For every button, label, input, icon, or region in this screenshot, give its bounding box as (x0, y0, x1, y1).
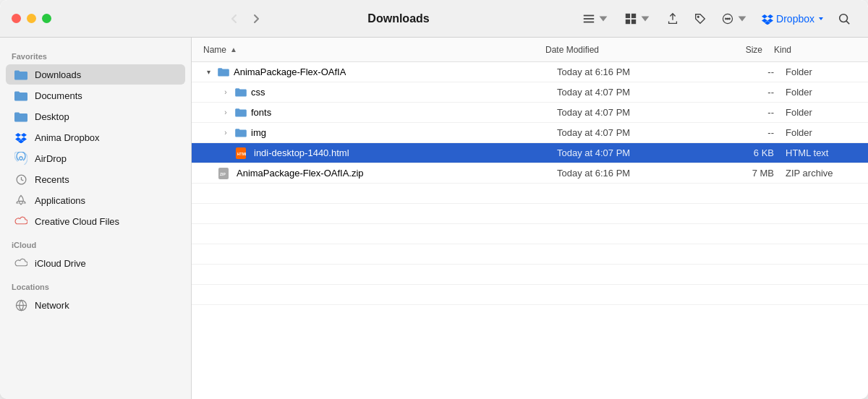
file-pane: Name ▲ Date Modified Size Kind ▾ AnimaPa (192, 38, 868, 399)
sidebar-label-icloud-drive: iCloud Drive (35, 258, 86, 269)
maximize-button[interactable] (42, 14, 51, 23)
sidebar-item-desktop[interactable]: Desktop (6, 106, 185, 126)
file-date: Today at 4:07 PM (557, 147, 716, 158)
svg-point-10 (727, 18, 728, 20)
col-header-name[interactable]: Name ▲ (203, 45, 545, 55)
svg-point-14 (20, 157, 23, 160)
table-row[interactable]: ▾ AnimaPackage-Flex-OAfIA Today at 6:16 … (192, 62, 868, 82)
file-kind: ZIP archive (774, 168, 868, 179)
svg-text:HTML: HTML (237, 152, 246, 156)
dropbox-button[interactable]: Dropbox (757, 10, 829, 27)
network-icon (14, 299, 27, 312)
svg-point-9 (726, 18, 727, 20)
file-name: img (251, 127, 266, 138)
search-button[interactable] (832, 9, 856, 28)
col-header-kind[interactable]: Kind (762, 45, 856, 55)
file-size: 7 MB (716, 168, 774, 179)
col-header-size[interactable]: Size (705, 45, 762, 55)
sidebar-label-desktop: Desktop (35, 111, 69, 122)
share-button[interactable] (660, 9, 685, 28)
table-row[interactable]: › fonts Today at 4:07 PM -- Folder (192, 103, 868, 123)
file-size: -- (716, 127, 774, 138)
tag-button[interactable] (688, 9, 712, 28)
expand-button[interactable]: › (221, 108, 231, 118)
table-row-empty (192, 224, 868, 244)
sidebar-item-downloads[interactable]: Downloads (6, 64, 185, 85)
table-row-empty (192, 285, 868, 305)
minimize-button[interactable] (27, 14, 36, 23)
sidebar-label-documents: Documents (35, 90, 82, 101)
svg-rect-0 (584, 14, 594, 16)
sidebar-item-recents[interactable]: Recents (6, 169, 185, 189)
back-button[interactable] (226, 11, 242, 27)
table-row[interactable]: › img Today at 4:07 PM -- Folder (192, 123, 868, 143)
file-row-name: › fonts (221, 107, 557, 119)
favorites-header: Favorites (0, 43, 191, 64)
file-row-name: HTML indi-desktop-1440.html (221, 147, 557, 159)
icloud-icon (14, 257, 27, 270)
sidebar-item-applications[interactable]: Applications (6, 190, 185, 210)
expand-button[interactable]: ▾ (203, 67, 213, 77)
more-button[interactable] (715, 9, 754, 28)
sidebar: Favorites Downloads Documents (0, 38, 192, 399)
sort-arrow: ▲ (230, 46, 237, 53)
file-row-name: › img (221, 127, 557, 139)
close-button[interactable] (12, 14, 21, 23)
svg-text:ZIP: ZIP (220, 172, 226, 176)
svg-rect-6 (631, 19, 636, 23)
folder-icon (235, 87, 247, 98)
file-kind: Folder (774, 66, 868, 77)
sidebar-item-anima-dropbox[interactable]: Anima Dropbox (6, 127, 185, 147)
sidebar-item-network[interactable]: Network (6, 295, 185, 315)
sidebar-label-applications: Applications (35, 195, 85, 206)
folder-icon-desktop (14, 110, 27, 123)
file-date: Today at 4:07 PM (557, 87, 716, 98)
title-bar: Downloads (0, 0, 868, 38)
svg-rect-1 (584, 18, 594, 20)
file-name: css (251, 87, 265, 98)
html-file-icon: HTML (235, 147, 247, 159)
col-header-date[interactable]: Date Modified (545, 45, 705, 55)
table-row[interactable]: ZIP AnimaPackage-Flex-OAfIA.zip Today at… (192, 163, 868, 184)
sidebar-item-creative-cloud[interactable]: Creative Cloud Files (6, 211, 185, 231)
file-name: indi-desktop-1440.html (254, 147, 349, 158)
expand-button (221, 148, 231, 158)
sidebar-item-icloud-drive[interactable]: iCloud Drive (6, 253, 185, 273)
file-size: -- (716, 107, 774, 118)
sidebar-label-downloads: Downloads (35, 69, 81, 80)
file-row-name: › css (221, 87, 557, 98)
table-row-empty (192, 204, 868, 224)
file-kind: Folder (774, 87, 868, 98)
icloud-header: iCloud (0, 232, 191, 252)
table-row-empty (192, 265, 868, 285)
expand-button[interactable]: › (221, 128, 231, 138)
file-date: Today at 6:16 PM (557, 66, 716, 77)
file-size: 6 KB (716, 147, 774, 158)
rocket-icon (14, 194, 27, 207)
table-row[interactable]: HTML indi-desktop-1440.html Today at 4:0… (192, 143, 868, 163)
sidebar-label-recents: Recents (35, 174, 69, 185)
file-name: fonts (251, 107, 271, 118)
list-view-button[interactable] (576, 9, 616, 28)
folder-icon-documents (14, 89, 27, 102)
sidebar-item-documents[interactable]: Documents (6, 85, 185, 106)
airdrop-icon (14, 152, 27, 165)
expand-button[interactable]: › (221, 87, 231, 98)
toolbar: Downloads (215, 9, 868, 28)
svg-rect-4 (631, 13, 636, 17)
file-kind: Folder (774, 127, 868, 138)
zip-file-icon: ZIP (218, 168, 229, 179)
sidebar-label-creative-cloud: Creative Cloud Files (35, 216, 119, 227)
sidebar-item-airdrop[interactable]: AirDrop (6, 148, 185, 168)
table-row-empty (192, 184, 868, 204)
folder-icon (14, 68, 27, 81)
sidebar-label-network: Network (35, 300, 69, 311)
grid-view-button[interactable] (618, 9, 658, 28)
file-size: -- (716, 66, 774, 77)
file-name: AnimaPackage-Flex-OAfIA.zip (237, 168, 364, 179)
expand-button (203, 168, 213, 179)
main-content: Favorites Downloads Documents (0, 38, 868, 399)
table-row[interactable]: › css Today at 4:07 PM -- Folder (192, 82, 868, 103)
column-headers: Name ▲ Date Modified Size Kind (192, 38, 868, 62)
finder-window: Downloads (0, 0, 868, 399)
